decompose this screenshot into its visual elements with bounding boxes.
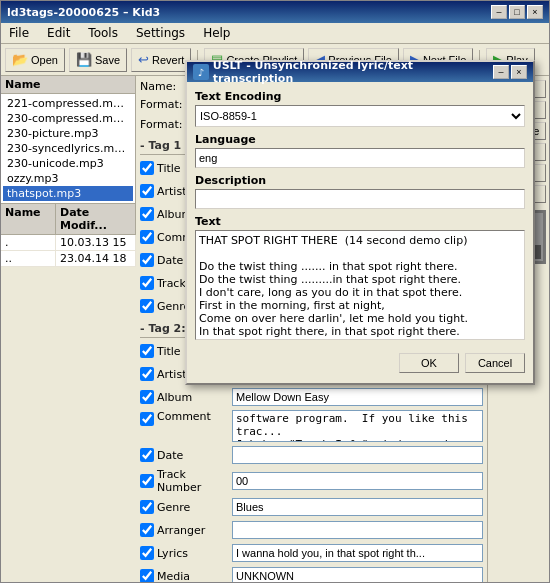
tag2-arranger-check[interactable] [140,523,154,537]
tag2-arranger-input[interactable] [232,521,483,539]
description-section: Description [195,174,525,209]
menu-tools[interactable]: Tools [84,25,122,41]
encoding-select[interactable]: ISO-8859-1 [195,105,525,127]
open-icon: 📂 [12,52,28,67]
tag2-trackno-check[interactable] [140,474,154,488]
file-list: 221-compressed.mp... 230-compressed.mp..… [1,94,135,203]
tag2-genre-input[interactable] [232,498,483,516]
cell-date: 23.04.14 18 [56,251,136,266]
cell-name: .. [1,251,56,266]
tag2-date-check[interactable] [140,448,154,462]
file-item[interactable]: 230-syncedlyrics.mp... [3,141,133,156]
tag1-trackno-check[interactable] [140,276,154,290]
file-item[interactable]: 221-compressed.mp... [3,96,133,111]
close-button[interactable]: × [527,5,543,19]
ok-button[interactable]: OK [399,353,459,373]
file-item[interactable]: 230-unicode.mp3 [3,156,133,171]
dialog-window-controls: – × [493,65,527,79]
tag2-lyrics-input[interactable] [232,544,483,562]
table-row[interactable]: .. 23.04.14 18 [1,251,136,267]
title-bar: ld3tags-20000625 – Kid3 – □ × [1,1,549,23]
file-table-panel: Name Date Modif... . 10.03.13 15 .. 23.0… [1,203,136,267]
tag2-media-row: Media [140,566,483,582]
tag2-trackno-label: Track Number [157,468,232,494]
tag2-title-check[interactable] [140,344,154,358]
tag2-genre-row: Genre [140,497,483,517]
revert-button[interactable]: ↩ Revert [131,48,191,72]
tag2-comment-label: Comment [157,410,232,423]
tag1-comment-check[interactable] [140,230,154,244]
encoding-label: Text Encoding [195,90,525,103]
save-icon: 💾 [76,52,92,67]
table-row[interactable]: . 10.03.13 15 [1,235,136,251]
cell-name: . [1,235,56,250]
tag2-arranger-row: Arranger [140,520,483,540]
left-panel: Name 221-compressed.mp... 230-compressed… [1,76,136,582]
save-button[interactable]: 💾 Save [69,48,127,72]
tag2-genre-label: Genre [157,501,232,514]
tag2-album-check[interactable] [140,390,154,404]
col-name: Name [1,204,56,234]
file-list-panel: Name 221-compressed.mp... 230-compressed… [1,76,136,203]
menu-file[interactable]: File [5,25,33,41]
tag1-genre-check[interactable] [140,299,154,313]
menu-settings[interactable]: Settings [132,25,189,41]
tag2-trackno-input[interactable] [232,472,483,490]
text-section: Text THAT SPOT RIGHT THERE (14 second de… [195,215,525,343]
dialog-close-button[interactable]: × [511,65,527,79]
open-label: Open [31,54,58,66]
minimize-button[interactable]: – [491,5,507,19]
dialog-minimize-button[interactable]: – [493,65,509,79]
tag2-media-label: Media [157,570,232,583]
file-item[interactable]: ozzy.mp3 [3,171,133,186]
text-label: Text [195,215,525,228]
menu-help[interactable]: Help [199,25,234,41]
tag2-comment-input[interactable]: software program. If you like this trac.… [232,410,483,442]
file-item[interactable]: 230-picture.mp3 [3,126,133,141]
tag1-title-check[interactable] [140,161,154,175]
tag2-comment-check[interactable] [140,412,154,426]
language-input[interactable] [195,148,525,168]
tag2-lyrics-check[interactable] [140,546,154,560]
revert-label: Revert [152,54,184,66]
tag2-date-label: Date [157,449,232,462]
tag2-media-input[interactable] [232,567,483,582]
uslt-dialog: ♪ USLT - Unsynchronized lyric/text trans… [185,60,535,385]
tag1-date-check[interactable] [140,253,154,267]
encoding-section: Text Encoding ISO-8859-1 [195,90,525,127]
tag2-media-check[interactable] [140,569,154,582]
language-section: Language [195,133,525,168]
note-icon: ♪ [193,64,209,80]
tag1-album-check[interactable] [140,207,154,221]
col-date: Date Modif... [56,204,136,234]
description-label: Description [195,174,525,187]
menu-edit[interactable]: Edit [43,25,74,41]
tag2-arranger-label: Arranger [157,524,232,537]
save-label: Save [95,54,120,66]
text-textarea[interactable]: THAT SPOT RIGHT THERE (14 second demo cl… [195,230,525,340]
language-label: Language [195,133,525,146]
tag1-artist-check[interactable] [140,184,154,198]
file-table-header: Name Date Modif... [1,204,136,235]
dialog-body: Text Encoding ISO-8859-1 Language Descri… [187,82,533,383]
description-input[interactable] [195,189,525,209]
tag2-date-input[interactable] [232,446,483,464]
tag2-lyrics-label: Lyrics [157,547,232,560]
tag2-artist-check[interactable] [140,367,154,381]
tag2-album-input[interactable] [232,388,483,406]
open-button[interactable]: 📂 Open [5,48,65,72]
window-controls: – □ × [491,5,543,19]
tag2-date-row: Date [140,445,483,465]
tag2-lyrics-row: Lyrics [140,543,483,563]
window-title: ld3tags-20000625 – Kid3 [7,6,160,19]
file-list-header: Name [1,76,135,94]
cell-date: 10.03.13 15 [56,235,136,250]
tag2-trackno-row: Track Number [140,468,483,494]
cancel-button[interactable]: Cancel [465,353,525,373]
dialog-title-bar: ♪ USLT - Unsynchronized lyric/text trans… [187,62,533,82]
file-item[interactable]: 230-compressed.mp... [3,111,133,126]
file-item-selected[interactable]: thatspot.mp3 [3,186,133,201]
menu-bar: File Edit Tools Settings Help [1,23,549,44]
maximize-button[interactable]: □ [509,5,525,19]
tag2-genre-check[interactable] [140,500,154,514]
